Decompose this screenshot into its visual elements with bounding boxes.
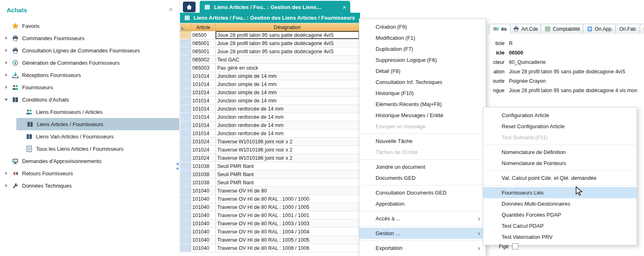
designation-cell[interactable]: Traverse OV HI de 80 RAL : 1000 / 1005 [216, 203, 359, 211]
sidebar-item[interactable]: Conditions d'Achats [0, 93, 179, 106]
article-cell[interactable]: 101040 [191, 187, 216, 195]
row-selector[interactable] [180, 39, 191, 48]
designation-cell[interactable]: Jonction simple de 14 mm [216, 80, 359, 88]
row-selector[interactable] [180, 97, 191, 105]
submenu-item[interactable]: Val. Calcul point Cde. et Qté. demandée [483, 172, 637, 184]
designation-cell[interactable]: Traverse W1010186 joint noir x 2 [216, 154, 359, 162]
row-selector[interactable] [180, 113, 191, 121]
table-row[interactable]: 101040Traverse OV HI de 80 RAL : 1004 / … [180, 228, 359, 236]
row-selector[interactable] [180, 48, 191, 56]
article-cell[interactable]: 101040 [191, 203, 216, 211]
context-menu-item[interactable]: Historique Messages / Entité [359, 110, 486, 121]
table-row[interactable]: 06500Joue 28 profil talon 95 sans patte … [180, 31, 359, 39]
article-cell[interactable]: 101014 [191, 88, 216, 97]
designation-cell[interactable]: Traverse OV HI de 80 RAL : 1001 / 1001 [216, 211, 359, 220]
sidebar-item[interactable]: Génération de Commandes Fournisseurs [0, 57, 179, 69]
table-row[interactable]: 101038Seuil PMR filant [180, 170, 359, 179]
context-menu-item[interactable]: Nouvelle Tâche [359, 136, 486, 147]
chevron-down-icon[interactable] [4, 97, 9, 102]
article-cell[interactable]: 101040 [191, 244, 216, 252]
chevron-right-icon[interactable] [4, 61, 9, 65]
chevron-right-icon[interactable] [4, 184, 9, 188]
submenu-item[interactable]: Reset Configuration Article [483, 121, 637, 132]
chevron-right-icon[interactable] [4, 36, 9, 41]
article-cell[interactable]: 101040 [191, 236, 216, 244]
designation-cell[interactable]: Traverse W1010186 joint noir x 2 [216, 146, 359, 154]
table-row[interactable]: 101040Traverse OV HI de 80 RAL : 1000 / … [180, 195, 359, 203]
context-menu-item[interactable]: Suppression Logique (F6) [359, 54, 486, 66]
designation-cell[interactable]: Seuil PMR filant [216, 179, 359, 187]
designation-cell[interactable]: Jonction simple de 14 mm [216, 97, 359, 105]
article-cell[interactable]: 065003 [191, 64, 216, 72]
article-cell[interactable]: 065001 [191, 48, 216, 56]
sidebar-close-icon[interactable]: × [169, 6, 173, 14]
row-selector[interactable] [180, 138, 191, 146]
row-selector[interactable] [180, 170, 191, 179]
sidebar-item[interactable]: Fournisseurs [0, 81, 179, 93]
table-row[interactable]: 101038Seuil PMR filant [180, 179, 359, 187]
table-row[interactable]: 101014Jonction renforcée de 14 mm [180, 105, 359, 113]
tab-close-icon[interactable]: × [342, 4, 346, 11]
article-cell[interactable]: 101014 [191, 72, 216, 80]
row-selector[interactable] [180, 179, 191, 187]
column-header-designation[interactable]: Désignation [216, 23, 359, 31]
row-selector[interactable] [180, 220, 191, 228]
row-selector[interactable] [180, 72, 191, 80]
designation-cell[interactable]: Jonction renforcée de 14 mm [216, 129, 359, 138]
row-selector[interactable] [180, 80, 191, 88]
fige-checkbox[interactable] [512, 243, 518, 249]
context-menu-item[interactable]: Détail (F8) [359, 66, 486, 77]
designation-cell[interactable]: Jonction renforcée de 14 mm [216, 113, 359, 121]
detail-tab[interactable]: Ori.S [639, 24, 644, 34]
article-cell[interactable]: 101038 [191, 162, 216, 170]
table-row[interactable]: 101040Traverse OV HI de 80 RAL : 1000 / … [180, 203, 359, 211]
sidebar-item[interactable]: Liens Fournisseurs / Articles [0, 106, 179, 118]
sidebar-item[interactable]: Données Techniques [0, 179, 179, 192]
article-cell[interactable]: 101040 [191, 220, 216, 228]
context-menu-item[interactable]: Duplication (F7) [359, 43, 486, 54]
designation-cell[interactable]: Pas géré en stock [216, 64, 359, 72]
table-row[interactable]: 101014Jonction renforcée de 14 mm [180, 121, 359, 129]
table-row[interactable]: 101040Traverse OV HI de 80 RAL : 1001 / … [180, 211, 359, 220]
article-cell[interactable]: 101014 [191, 113, 216, 121]
sidebar-item[interactable]: Réceptions Fournisseurs [0, 69, 179, 81]
table-row[interactable]: 101024Traverse W1010186 joint noir x 2 [180, 154, 359, 162]
home-button[interactable] [183, 2, 196, 12]
designation-cell[interactable]: Test GAC [216, 56, 359, 64]
sidebar-item[interactable]: Commandes Fournisseurs [0, 32, 179, 44]
submenu-item[interactable]: Configuration Article [483, 110, 637, 121]
detail-tab[interactable]: és [489, 24, 511, 34]
submenu-item[interactable]: Fournisseurs Liés [483, 187, 637, 198]
sidebar-item[interactable]: Demandes d'Approvisionnements [0, 155, 179, 167]
select-all-header[interactable] [180, 23, 191, 31]
row-selector[interactable] [180, 154, 191, 162]
designation-cell[interactable]: Joue 28 profil talon 95 sans patte dodéc… [216, 48, 359, 56]
table-row[interactable]: 101024Traverse W1010186 joint noir x 2 [180, 138, 359, 146]
designation-cell[interactable]: Seuil PMR filant [216, 162, 359, 170]
designation-cell[interactable]: Traverse W1010186 joint noir x 2 [216, 138, 359, 146]
table-row[interactable]: 101014Jonction simple de 14 mm [180, 97, 359, 105]
designation-cell[interactable]: Jonction renforcée de 14 mm [216, 121, 359, 129]
table-row[interactable]: 065003Pas géré en stock [180, 64, 359, 72]
chevron-right-icon[interactable] [4, 171, 9, 176]
sidebar-item[interactable]: Consultation Lignes de Commandes Fournis… [0, 44, 179, 57]
table-row[interactable]: 101024Traverse W1010186 joint noir x 2 [180, 146, 359, 154]
designation-cell[interactable]: Traverse OV HI de 80 [216, 187, 359, 195]
table-row[interactable]: 101014Jonction renforcée de 14 mm [180, 129, 359, 138]
submenu-item[interactable]: Quantités Forcées PDAP [483, 209, 637, 220]
table-row[interactable]: 101014Jonction renforcée de 14 mm [180, 113, 359, 121]
table-row[interactable]: 101014Jonction simple de 14 mm [180, 72, 359, 80]
row-selector[interactable] [180, 195, 191, 203]
article-cell[interactable]: 101024 [191, 138, 216, 146]
article-cell[interactable]: 06500 [191, 31, 216, 39]
sidebar-item[interactable]: Liens Articles / Fournisseurs [16, 118, 179, 130]
article-cell[interactable]: 065002 [191, 56, 216, 64]
pane-splitter[interactable]: «« [175, 159, 180, 174]
submenu-item[interactable]: Nomenclature de Pointeurs [483, 158, 637, 169]
article-cell[interactable]: 101024 [191, 146, 216, 154]
row-selector[interactable] [180, 64, 191, 72]
designation-cell[interactable]: Traverse OV HI de 80 RAL : 1000 / 1000 [216, 195, 359, 203]
context-menu-item[interactable]: Consultation Inf. Techniques [359, 77, 486, 88]
table-row[interactable]: 101040Traverse OV HI de 80 RAL : 1003 / … [180, 220, 359, 228]
row-selector[interactable] [180, 56, 191, 64]
